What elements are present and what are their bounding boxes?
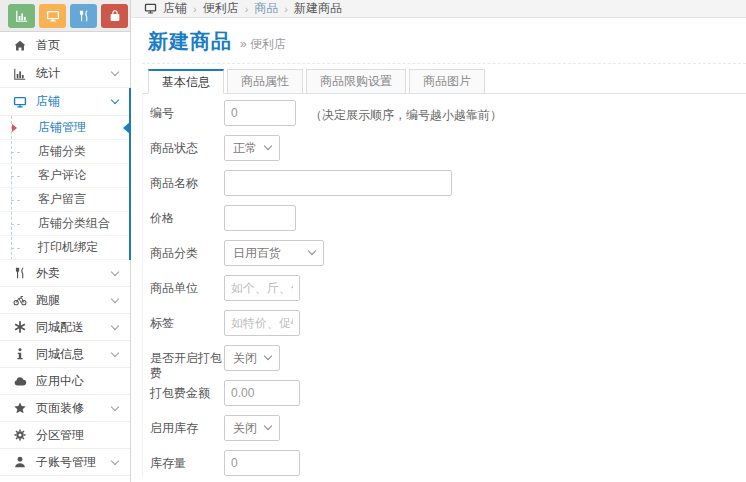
breadcrumb-item[interactable]: 便利店: [203, 0, 239, 17]
submenu-item-customer-messages[interactable]: 客户留言: [0, 188, 130, 212]
product-number-input[interactable]: [224, 100, 296, 126]
tab-product-images[interactable]: 商品图片: [409, 69, 485, 93]
mall-tile-button[interactable]: [101, 4, 128, 28]
submenu-item-label: 店铺分类组合: [38, 216, 110, 230]
chevron-down-icon: [111, 402, 119, 410]
breadcrumb-separator: ›: [239, 3, 255, 15]
form-row: 商品单位: [150, 275, 746, 301]
sidebar-item-label: 应用中心: [36, 373, 84, 390]
shopping-bag-icon: [108, 9, 122, 23]
home-icon: [12, 38, 28, 54]
sidebar-item-subaccount[interactable]: 子账号管理: [0, 449, 130, 476]
form-row: 商品分类 日用百货: [150, 240, 746, 266]
form-row: 库存量: [150, 450, 746, 476]
submenu-item-printer-binding[interactable]: 打印机绑定: [0, 236, 130, 260]
star-icon: [12, 400, 28, 416]
sidebar-item-city-delivery[interactable]: 同城配送: [0, 314, 130, 341]
sidebar-item-label: 页面装修: [36, 400, 84, 417]
sidebar-item-label: 分区管理: [36, 427, 84, 444]
chevron-down-icon: [111, 267, 119, 275]
submenu-item-shop-management[interactable]: 店铺管理: [0, 116, 130, 140]
price-input[interactable]: [224, 205, 296, 231]
product-category-select[interactable]: 日用百货: [224, 240, 324, 266]
sidebar-item-zone-management[interactable]: 分区管理: [0, 422, 130, 449]
breadcrumb-item[interactable]: 商品: [254, 0, 278, 17]
bar-chart-icon: [12, 66, 28, 82]
sidebar-item-errand[interactable]: 跑腿: [0, 287, 130, 314]
page-content: 新建商品 » 便利店 基本信息 商品属性 商品限购设置 商品图片 编号 （决定展…: [131, 18, 746, 482]
form-row: 商品名称: [150, 170, 746, 196]
product-status-select[interactable]: 正常: [224, 135, 280, 161]
breadcrumb-item-current: 新建商品: [294, 0, 342, 17]
field-label: 编号: [150, 100, 224, 121]
takeout-tile-button[interactable]: [70, 4, 97, 28]
info-icon: [12, 346, 28, 362]
field-label: 标签: [150, 310, 224, 331]
monitor-icon: [144, 2, 157, 15]
field-label: 价格: [150, 205, 224, 226]
stock-quantity-input[interactable]: [224, 450, 300, 476]
selected-option: 正常: [233, 140, 257, 157]
tags-input[interactable]: [224, 310, 300, 336]
product-unit-input[interactable]: [224, 275, 300, 301]
packing-fee-toggle-select[interactable]: 关闭: [224, 345, 280, 371]
breadcrumb: 店铺 › 便利店 › 商品 › 新建商品: [131, 0, 746, 18]
sidebar-item-label: 外卖: [36, 265, 60, 282]
breadcrumb-item[interactable]: 店铺: [163, 0, 187, 17]
sidebar-item-page-decoration[interactable]: 页面装修: [0, 395, 130, 422]
sidebar-item-shop[interactable]: 店铺: [0, 88, 130, 116]
submenu-item-label: 客户评论: [38, 168, 86, 182]
sidebar-item-city-info[interactable]: 同城信息: [0, 341, 130, 368]
monitor-icon: [46, 9, 60, 23]
submenu-item-label: 店铺分类: [38, 144, 86, 158]
product-name-input[interactable]: [224, 170, 452, 196]
tab-bar: 基本信息 商品属性 商品限购设置 商品图片: [142, 69, 746, 94]
sidebar-item-stats[interactable]: 统计: [0, 60, 130, 88]
tab-basic-info[interactable]: 基本信息: [148, 69, 224, 94]
chevron-down-icon: [264, 422, 272, 430]
sidebar-item-takeout[interactable]: 外卖: [0, 260, 130, 287]
chevron-down-icon: [111, 294, 119, 302]
submenu-item-label: 客户留言: [38, 192, 86, 206]
sidebar-item-label: 跑腿: [36, 292, 60, 309]
divider: [142, 63, 746, 64]
shop-tile-button[interactable]: [39, 4, 66, 28]
chevron-down-icon: [264, 142, 272, 150]
main-area: 店铺 › 便利店 › 商品 › 新建商品 新建商品 » 便利店 基本信息 商品属…: [131, 0, 746, 482]
sidebar-item-label: 同城配送: [36, 319, 84, 336]
breadcrumb-separator: ›: [278, 3, 294, 15]
submenu-item-customer-reviews[interactable]: 客户评论: [0, 164, 130, 188]
submenu-item-label: 打印机绑定: [38, 240, 98, 254]
sidebar-item-label: 首页: [36, 37, 60, 54]
tab-product-attributes[interactable]: 商品属性: [227, 69, 303, 93]
active-group-rail: [129, 88, 131, 260]
chevron-down-icon: [111, 348, 119, 356]
breadcrumb-separator: ›: [187, 3, 203, 15]
form-row: 标签: [150, 310, 746, 336]
sidebar-item-label: 店铺: [36, 93, 60, 110]
field-label: 商品单位: [150, 275, 224, 296]
stock-enable-select[interactable]: 关闭: [224, 415, 280, 441]
module-tilebar: [0, 0, 130, 32]
user-icon: [12, 454, 28, 470]
packing-fee-amount-input[interactable]: [224, 380, 300, 406]
page-title: 新建商品: [148, 28, 232, 55]
stats-tile-button[interactable]: [8, 4, 35, 28]
sidebar-menu: 首页 统计 店铺 店铺管理 店铺分类 客户评论 客户留言: [0, 32, 130, 476]
field-label: 商品分类: [150, 240, 224, 261]
sidebar-item-app-center[interactable]: 应用中心: [0, 368, 130, 395]
active-caret-icon: [12, 124, 17, 132]
page-subtitle: » 便利店: [240, 36, 286, 53]
chevron-down-icon: [308, 247, 316, 255]
submenu-item-shop-category[interactable]: 店铺分类: [0, 140, 130, 164]
chevron-down-icon: [111, 456, 119, 464]
tab-purchase-limit-settings[interactable]: 商品限购设置: [306, 69, 406, 93]
form-row: 是否开启打包费 关闭: [150, 345, 746, 371]
submenu-item-shop-category-combo[interactable]: 店铺分类组合: [0, 212, 130, 236]
basic-info-form: 编号 （决定展示顺序，编号越小越靠前） 商品状态 正常 商品名称 价: [142, 94, 746, 476]
bar-chart-icon: [15, 9, 29, 23]
sidebar-item-home[interactable]: 首页: [0, 32, 130, 60]
field-label: 商品名称: [150, 170, 224, 191]
field-label: 是否开启打包费: [150, 345, 224, 381]
chevron-down-icon: [111, 96, 119, 104]
